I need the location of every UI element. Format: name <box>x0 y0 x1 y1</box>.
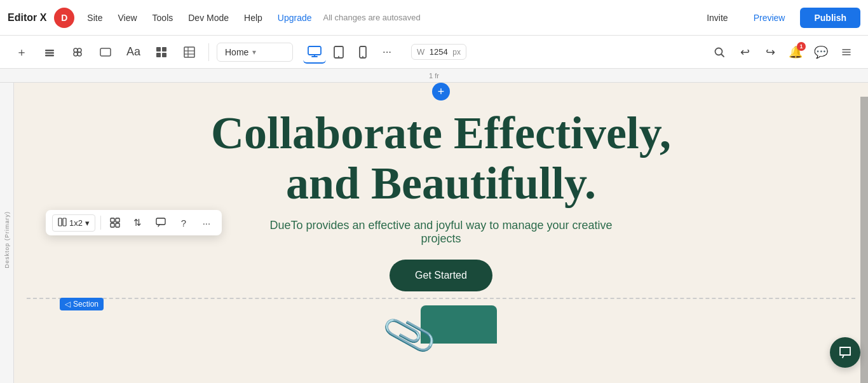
ruler-top: 1 fr <box>0 69 868 83</box>
publish-button[interactable]: Publish <box>800 8 860 28</box>
add-icon[interactable]: ＋ <box>10 41 33 64</box>
svg-rect-30 <box>116 223 119 227</box>
add-section-button[interactable]: + <box>432 83 450 101</box>
more-options-icon[interactable]: ··· <box>376 41 398 64</box>
text-icon[interactable]: Aa <box>122 41 145 64</box>
svg-point-6 <box>78 52 81 56</box>
page-canvas: + Collaborate Effectively, and Beautiful… <box>14 83 868 383</box>
svg-rect-26 <box>63 218 66 226</box>
svg-rect-2 <box>45 55 54 57</box>
width-label: W <box>417 47 424 57</box>
nav-upgrade[interactable]: Upgrade <box>271 9 318 27</box>
svg-rect-10 <box>156 53 161 57</box>
toolbar-right: ↩ ↪ 🔔 1 💬 <box>708 41 858 64</box>
ruler-top-label: 1 fr <box>429 72 439 80</box>
widgets-icon[interactable] <box>150 41 173 64</box>
hero-title-line2: and Beautifully. <box>286 158 596 209</box>
floating-toolbar: 1x2 ▾ ⇅ ? ··· <box>46 210 222 235</box>
autosaved-label: All changes are autosaved <box>323 13 421 22</box>
svg-rect-9 <box>162 47 166 52</box>
svg-rect-25 <box>58 218 62 226</box>
hero-subtitle: DueTo provides an effective and joyful w… <box>250 219 632 246</box>
section-label-text: Section <box>73 300 98 309</box>
svg-rect-28 <box>116 218 119 222</box>
illustration-area: 📎 <box>386 305 497 351</box>
page-selector-value: Home <box>225 47 248 57</box>
toolbar: ＋ Aa Home ▾ ··· W 1254 px <box>0 36 868 69</box>
top-bar: Editor X D Site View Tools Dev Mode Help… <box>0 0 868 36</box>
width-value[interactable]: 1254 <box>427 47 450 57</box>
canvas-area: 1 fr Desktop (Primary) + Collaborate Eff… <box>0 69 868 383</box>
section-divider <box>27 298 855 299</box>
zoom-icon[interactable] <box>708 41 731 64</box>
redo-icon[interactable]: ↪ <box>759 41 782 64</box>
mobile-icon[interactable] <box>351 41 374 64</box>
svg-point-5 <box>74 52 78 56</box>
layout-label: 1x2 <box>69 218 83 228</box>
svg-rect-1 <box>45 52 54 54</box>
nav-tools[interactable]: Tools <box>146 9 180 27</box>
svg-point-21 <box>715 48 722 55</box>
layers-icon[interactable] <box>38 41 61 64</box>
hero-title: Collaborate Effectively, and Beautifully… <box>211 108 671 209</box>
nav-devmode[interactable]: Dev Mode <box>182 9 235 27</box>
svg-rect-0 <box>45 50 54 52</box>
width-unit: px <box>452 48 461 57</box>
svg-rect-27 <box>111 218 114 222</box>
hero-cta-button[interactable]: Get Started <box>390 260 492 291</box>
layout-chevron-icon: ▾ <box>85 218 90 228</box>
table-icon[interactable] <box>178 41 201 64</box>
width-input-group: W 1254 px <box>411 44 466 60</box>
layout-icon <box>58 218 67 228</box>
user-avatar[interactable]: D <box>54 8 74 28</box>
settings-icon[interactable] <box>835 41 858 64</box>
ruler-left: Desktop (Primary) <box>0 83 14 383</box>
media-icon[interactable] <box>94 41 117 64</box>
svg-rect-11 <box>162 53 166 57</box>
grid-settings-icon[interactable] <box>106 214 124 232</box>
ruler-left-label: Desktop (Primary) <box>4 211 10 268</box>
desktop-icon[interactable] <box>303 41 326 64</box>
more-float-icon[interactable]: ··· <box>198 214 215 232</box>
chat-button[interactable] <box>830 337 860 368</box>
help-icon[interactable]: ? <box>175 214 193 232</box>
svg-rect-12 <box>184 47 194 57</box>
svg-point-3 <box>74 48 78 52</box>
preview-button[interactable]: Preview <box>743 9 796 27</box>
divider-1 <box>208 43 209 61</box>
comment-icon[interactable]: 💬 <box>810 41 832 64</box>
layout-selector[interactable]: 1x2 ▾ <box>52 214 95 232</box>
nav-help[interactable]: Help <box>238 9 269 27</box>
editor-logo: Editor X <box>8 12 46 24</box>
nav-view[interactable]: View <box>111 9 143 27</box>
topbar-right: Invite Preview Publish <box>696 8 860 28</box>
section-chevron-icon: ◁ <box>65 300 71 309</box>
scrollbar[interactable] <box>860 97 868 383</box>
page-selector[interactable]: Home ▾ <box>217 43 293 62</box>
svg-rect-7 <box>100 48 111 56</box>
notification-icon[interactable]: 🔔 1 <box>784 41 807 64</box>
nav-site[interactable]: Site <box>81 9 109 27</box>
svg-rect-8 <box>156 47 161 52</box>
undo-icon[interactable]: ↩ <box>733 41 756 64</box>
svg-rect-16 <box>308 46 321 55</box>
svg-rect-29 <box>111 223 114 227</box>
chevron-down-icon: ▾ <box>252 48 256 57</box>
hero-title-line1: Collaborate Effectively, <box>211 108 671 158</box>
svg-point-18 <box>338 56 339 57</box>
svg-point-4 <box>78 48 81 52</box>
invite-button[interactable]: Invite <box>696 9 738 27</box>
notification-badge: 1 <box>797 42 806 51</box>
tablet-icon[interactable] <box>327 41 350 64</box>
svg-point-20 <box>362 56 363 57</box>
float-divider-1 <box>100 216 101 230</box>
svg-rect-31 <box>156 218 165 225</box>
comment-float-icon[interactable] <box>152 214 170 232</box>
section-label[interactable]: ◁ Section <box>60 298 104 310</box>
components-icon[interactable] <box>66 41 89 64</box>
device-icons: ··· <box>303 41 398 64</box>
reorder-icon[interactable]: ⇅ <box>129 214 147 232</box>
